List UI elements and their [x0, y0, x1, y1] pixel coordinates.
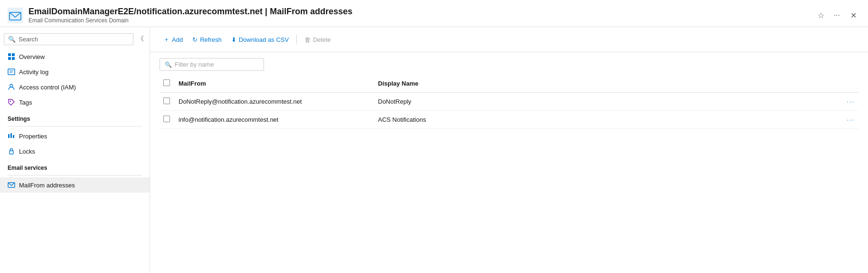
delete-button[interactable]: 🗑 Delete: [301, 34, 335, 46]
sidebar-item-properties[interactable]: Properties: [0, 128, 150, 144]
filter-placeholder: Filter by name: [175, 61, 214, 68]
mailfrom-icon: [8, 181, 15, 189]
sidebar-item-overview[interactable]: Overview: [0, 49, 150, 64]
toolbar-separator: [296, 35, 297, 44]
add-button[interactable]: ＋ Add: [160, 33, 187, 46]
delete-label: Delete: [313, 36, 331, 43]
header-title-block: EmailDomainManagerE2E/notification.azure…: [28, 7, 815, 24]
body-layout: 🔍 Search 《 Overview Activity log Access …: [0, 27, 868, 273]
iam-icon: [8, 83, 15, 91]
select-all-checkbox[interactable]: [163, 79, 170, 86]
delete-icon: 🗑: [304, 36, 311, 43]
sidebar-item-activity-log[interactable]: Activity log: [0, 64, 150, 79]
email-services-divider: [8, 175, 142, 176]
filter-input[interactable]: 🔍 Filter by name: [160, 58, 264, 71]
download-icon: ⬇: [231, 36, 236, 43]
sidebar-item-access-control[interactable]: Access control (IAM): [0, 79, 150, 95]
svg-rect-11: [8, 134, 9, 138]
sidebar-item-access-control-label: Access control (IAM): [19, 84, 76, 91]
row1-mailfrom[interactable]: DoNotReply@notification.azurecommtest.ne…: [175, 93, 374, 111]
sidebar-item-activity-log-label: Activity log: [19, 68, 48, 76]
main-content: ＋ Add ↻ Refresh ⬇ Download as CSV 🗑 Dele…: [150, 27, 868, 273]
settings-section-label: Settings: [0, 110, 150, 124]
overview-icon: [8, 53, 15, 60]
mailfrom-column-header: MailFrom: [175, 75, 374, 93]
table-header-row: MailFrom Display Name: [160, 75, 859, 93]
search-icon: 🔍: [8, 36, 16, 43]
collapse-sidebar-button[interactable]: 《: [135, 33, 146, 45]
header-actions: ☆ ··· ✕: [815, 9, 860, 22]
header: EmailDomainManagerE2E/notification.azure…: [0, 0, 868, 27]
search-input[interactable]: 🔍 Search: [4, 33, 133, 45]
svg-rect-6: [8, 69, 15, 75]
table-row: info@notification.azurecommtest.net ACS …: [160, 111, 859, 129]
filter-bar: 🔍 Filter by name: [150, 52, 868, 75]
search-placeholder: Search: [19, 36, 38, 43]
more-options-button[interactable]: ···: [831, 9, 843, 21]
sidebar-search-row: 🔍 Search 《: [0, 31, 150, 49]
svg-rect-4: [8, 57, 11, 60]
row2-checkbox-cell: [160, 111, 175, 129]
table-area: MailFrom Display Name DoNotReply@notific…: [150, 75, 868, 273]
table-row: DoNotReply@notification.azurecommtest.ne…: [160, 93, 859, 111]
sidebar-item-mailfrom-label: MailFrom addresses: [19, 182, 75, 189]
add-label: Add: [172, 36, 183, 43]
sidebar-item-overview-label: Overview: [19, 53, 45, 60]
tags-icon: [8, 98, 15, 106]
properties-icon: [8, 132, 15, 140]
row2-actions-button[interactable]: ···: [517, 111, 859, 129]
row2-display-name: ACS Notifications: [374, 111, 517, 129]
table-header: MailFrom Display Name: [160, 75, 859, 93]
sidebar-item-locks-label: Locks: [19, 148, 35, 155]
add-icon: ＋: [163, 35, 170, 44]
sidebar: 🔍 Search 《 Overview Activity log Access …: [0, 27, 150, 273]
download-label: Download as CSV: [239, 36, 289, 43]
favorite-button[interactable]: ☆: [815, 9, 827, 22]
activity-log-icon: [8, 68, 15, 76]
svg-rect-3: [12, 53, 15, 56]
close-button[interactable]: ✕: [847, 9, 860, 22]
svg-rect-12: [10, 133, 12, 138]
sidebar-item-properties-label: Properties: [19, 133, 47, 140]
row1-actions-button[interactable]: ···: [517, 93, 859, 111]
page-title: EmailDomainManagerE2E/notification.azure…: [28, 7, 815, 17]
resource-icon: [8, 8, 23, 23]
table-body: DoNotReply@notification.azurecommtest.ne…: [160, 93, 859, 129]
svg-point-9: [10, 84, 13, 87]
settings-divider: [8, 126, 142, 127]
svg-rect-14: [9, 151, 13, 154]
sidebar-item-locks[interactable]: Locks: [0, 144, 150, 159]
actions-column-header: [517, 75, 859, 93]
row1-checkbox-cell: [160, 93, 175, 111]
filter-search-icon: 🔍: [165, 61, 172, 68]
sidebar-item-tags-label: Tags: [19, 99, 32, 106]
row2-mailfrom[interactable]: info@notification.azurecommtest.net: [175, 111, 374, 129]
sidebar-item-mailfrom-addresses[interactable]: MailFrom addresses: [0, 177, 150, 193]
svg-rect-0: [8, 8, 23, 23]
refresh-icon: ↻: [192, 36, 198, 43]
page-subtitle: Email Communication Services Domain: [28, 17, 815, 24]
toolbar: ＋ Add ↻ Refresh ⬇ Download as CSV 🗑 Dele…: [150, 27, 868, 52]
download-csv-button[interactable]: ⬇ Download as CSV: [227, 34, 293, 46]
svg-rect-13: [13, 135, 14, 138]
refresh-label: Refresh: [200, 36, 222, 43]
header-checkbox-cell: [160, 75, 175, 93]
row2-checkbox[interactable]: [163, 116, 170, 122]
svg-rect-5: [12, 57, 15, 60]
svg-point-10: [10, 101, 11, 102]
email-services-section-label: Email services: [0, 159, 150, 173]
row1-display-name: DoNotReply: [374, 93, 517, 111]
refresh-button[interactable]: ↻ Refresh: [189, 34, 226, 46]
sidebar-item-tags[interactable]: Tags: [0, 95, 150, 110]
svg-rect-2: [8, 53, 11, 56]
display-name-column-header: Display Name: [374, 75, 517, 93]
row1-checkbox[interactable]: [163, 98, 170, 104]
mailfrom-table: MailFrom Display Name DoNotReply@notific…: [160, 75, 859, 129]
locks-icon: [8, 147, 15, 155]
